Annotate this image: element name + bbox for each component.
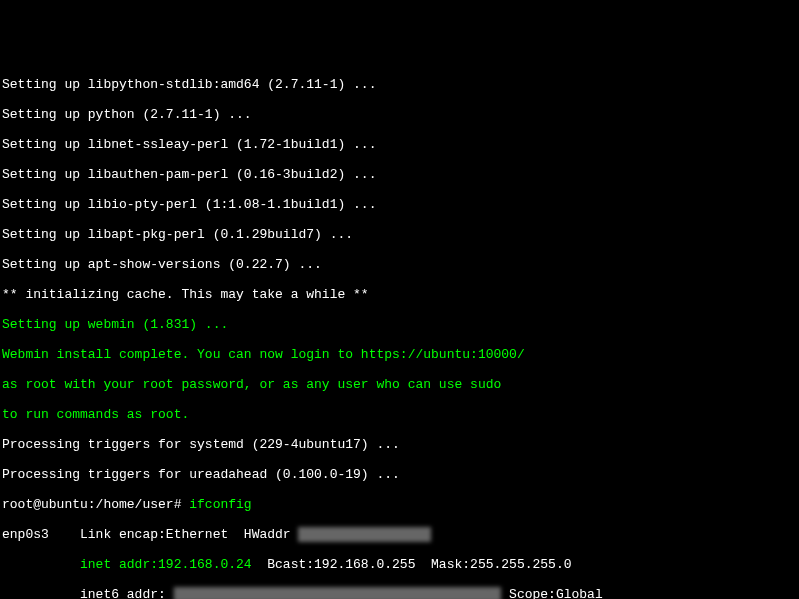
inet-rest: Bcast:192.168.0.255 Mask:255.255.255.0 (252, 557, 572, 572)
output-line: Setting up libpython-stdlib:amd64 (2.7.1… (2, 77, 797, 92)
output-line: Setting up libnet-ssleay-perl (1.72-1bui… (2, 137, 797, 152)
terminal-output[interactable]: Setting up libpython-stdlib:amd64 (2.7.1… (2, 62, 797, 599)
output-line: enp0s3 Link encap:Ethernet HWaddr ██:██:… (2, 527, 797, 542)
inet6-pre: inet6 addr: (2, 587, 174, 599)
output-line: Setting up libio-pty-perl (1:1.08-1.1bui… (2, 197, 797, 212)
output-line: ** initializing cache. This may take a w… (2, 287, 797, 302)
prompt-text: root@ubuntu:/home/user# (2, 497, 189, 512)
hwaddr-redacted: ██:██:██:██:██:██ (298, 527, 431, 542)
inet6-redacted: ████:████:████:████:████:████:████:████/… (174, 587, 502, 599)
inet-addr: inet addr:192.168.0.24 (2, 557, 252, 572)
iface-header: enp0s3 Link encap:Ethernet HWaddr (2, 527, 298, 542)
inet6-post: Scope:Global (501, 587, 602, 599)
command-text: ifconfig (189, 497, 251, 512)
output-line: Processing triggers for ureadahead (0.10… (2, 467, 797, 482)
output-line: Setting up libapt-pkg-perl (0.1.29build7… (2, 227, 797, 242)
output-line: Setting up webmin (1.831) ... (2, 317, 797, 332)
prompt-line: root@ubuntu:/home/user# ifconfig (2, 497, 797, 512)
output-line: Setting up apt-show-versions (0.22.7) ..… (2, 257, 797, 272)
output-line: inet addr:192.168.0.24 Bcast:192.168.0.2… (2, 557, 797, 572)
output-line: Processing triggers for systemd (229-4ub… (2, 437, 797, 452)
output-line: Setting up libauthen-pam-perl (0.16-3bui… (2, 167, 797, 182)
output-line: Setting up python (2.7.11-1) ... (2, 107, 797, 122)
output-line: inet6 addr: ████:████:████:████:████:███… (2, 587, 797, 599)
output-line: to run commands as root. (2, 407, 797, 422)
output-line: Webmin install complete. You can now log… (2, 347, 797, 362)
output-line: as root with your root password, or as a… (2, 377, 797, 392)
